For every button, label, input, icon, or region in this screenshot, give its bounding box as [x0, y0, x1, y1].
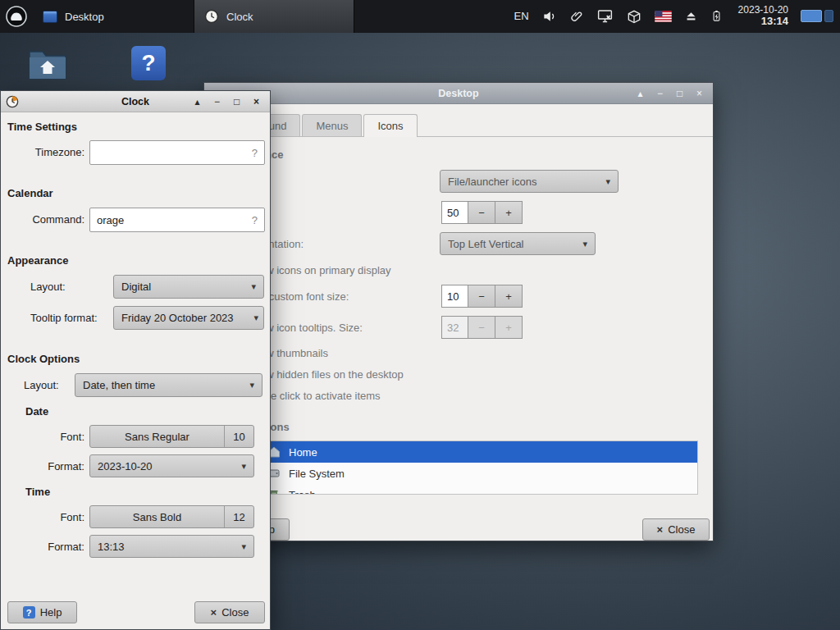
clipboard-manager-icon[interactable]	[570, 9, 584, 23]
time-font-label: Font:	[34, 511, 84, 523]
command-label: Command:	[25, 213, 84, 226]
custom-font-value[interactable]: 10	[441, 285, 468, 308]
minimize-button[interactable]: −	[208, 94, 226, 110]
command-input[interactable]: orage ?	[89, 208, 265, 232]
xfce-mouse-icon	[5, 5, 28, 28]
timezone-label: Timezone:	[34, 146, 84, 158]
panel-date: 2023-10-20	[738, 5, 788, 16]
chevron-down-icon: ▾	[235, 541, 246, 552]
increment-button: +	[495, 316, 523, 339]
clock-settings-window: Clock ▴ − □ × Time Settings Timezone: ? …	[0, 90, 271, 630]
chevron-down-icon: ▾	[235, 461, 246, 472]
desktop-icon-help[interactable]: ?	[131, 46, 166, 80]
desktop-root: ? Desktop ▴ − □ × Background Menus Icons…	[0, 0, 840, 630]
desktop-window-titlebar[interactable]: Desktop ▴ − □ ×	[204, 83, 713, 104]
close-icon: ×	[657, 523, 664, 536]
maximize-button[interactable]: □	[228, 94, 245, 110]
list-item-home[interactable]: ✓ Home	[223, 441, 697, 463]
help-button[interactable]: ? Help	[7, 601, 77, 623]
question-mark-icon: ?	[131, 46, 166, 80]
increment-button[interactable]: +	[495, 285, 523, 308]
taskbar-item-desktop[interactable]: Desktop	[33, 0, 194, 33]
list-item-trash[interactable]: ✓ Trash	[223, 484, 697, 495]
date-font-label: Font:	[34, 431, 84, 443]
chevron-down-icon: ▾	[599, 176, 610, 187]
desktop-settings-window: Desktop ▴ − □ × Background Menus Icons A…	[203, 82, 714, 541]
timezone-input[interactable]: ?	[89, 140, 265, 165]
close-button[interactable]: ×	[691, 85, 708, 102]
close-button[interactable]: × Close	[194, 601, 265, 623]
decrement-button: −	[468, 316, 495, 339]
shade-button[interactable]: ▴	[632, 85, 649, 102]
workspace-switcher[interactable]	[801, 10, 833, 22]
date-heading: Date	[25, 405, 48, 418]
close-icon: ×	[211, 606, 217, 619]
top-panel: Desktop Clock EN	[0, 0, 840, 33]
volume-icon[interactable]	[541, 8, 558, 25]
workspace-1-active[interactable]	[801, 10, 822, 22]
battery-charging-icon[interactable]	[710, 8, 723, 24]
display-disconnect-icon[interactable]	[596, 7, 614, 25]
chevron-down-icon: ▾	[251, 313, 258, 323]
tooltip-format-label: Tooltip format:	[30, 312, 98, 324]
system-tray: EN 2023-10-20	[514, 5, 840, 29]
chevron-down-icon: ▾	[243, 380, 254, 390]
close-button[interactable]: ×	[248, 94, 265, 110]
date-format-label: Format:	[34, 460, 84, 472]
maximize-button[interactable]: □	[671, 85, 688, 102]
panel-time: 13:14	[738, 16, 788, 28]
clock-window-titlebar[interactable]: Clock ▴ − □ ×	[1, 91, 270, 112]
close-button[interactable]: × Close	[642, 518, 710, 541]
minimize-button[interactable]: −	[651, 85, 669, 102]
package-icon[interactable]	[626, 8, 642, 25]
list-item-file-system[interactable]: ✓ File System	[223, 463, 697, 484]
tab-menus[interactable]: Menus	[302, 114, 362, 136]
settings-tabbar: Background Menus Icons	[204, 114, 713, 137]
question-mark-icon: ?	[252, 214, 258, 226]
tooltip-size-spinner: 32 − +	[441, 316, 523, 339]
clock-app-icon	[6, 95, 19, 108]
shade-button[interactable]: ▴	[189, 94, 206, 110]
keyboard-layout-indicator[interactable]: EN	[514, 10, 529, 22]
decrement-button[interactable]: −	[468, 285, 495, 308]
home-folder-icon	[28, 48, 67, 80]
orientation-select[interactable]: Top Left Vertical ▾	[440, 232, 596, 255]
desktop-icon-home-folder[interactable]	[28, 46, 67, 82]
layout-label: Layout:	[24, 379, 59, 391]
appearance-heading: Appearance	[7, 254, 68, 267]
calendar-heading: Calendar	[7, 187, 53, 199]
icon-size-value[interactable]: 50	[441, 201, 468, 224]
workspace-2[interactable]	[824, 10, 833, 22]
time-settings-heading: Time Settings	[7, 121, 77, 133]
time-font-button[interactable]: Sans Bold 12	[89, 505, 254, 528]
decrement-button[interactable]: −	[468, 201, 495, 224]
chevron-down-icon: ▾	[576, 239, 587, 249]
clock-app-icon	[204, 9, 219, 24]
increment-button[interactable]: +	[495, 201, 523, 224]
clock-layout-select[interactable]: Date, then time ▾	[75, 373, 262, 397]
time-format-label: Format:	[34, 541, 84, 553]
date-font-button[interactable]: Sans Regular 10	[89, 425, 254, 448]
tooltip-size-value: 32	[441, 316, 468, 339]
question-mark-icon: ?	[252, 147, 258, 159]
default-icons-list[interactable]: ✓ Home ✓ File System ✓ Trash	[222, 441, 698, 495]
applications-menu-button[interactable]	[0, 0, 33, 33]
icon-size-spinner[interactable]: 50 − +	[441, 201, 523, 224]
chevron-down-icon: ▾	[244, 281, 256, 292]
layout-label: Layout:	[30, 281, 66, 293]
tab-icons[interactable]: Icons	[363, 114, 417, 137]
tooltip-format-select[interactable]: Friday 20 October 2023 ▾	[113, 306, 264, 330]
custom-font-spinner[interactable]: 10 − +	[441, 285, 523, 308]
time-format-select[interactable]: 13:13 ▾	[89, 535, 254, 558]
us-flag-icon[interactable]	[655, 11, 672, 22]
help-icon: ?	[23, 606, 35, 619]
taskbar-item-clock[interactable]: Clock	[194, 0, 354, 33]
eject-icon[interactable]	[684, 9, 698, 23]
panel-clock[interactable]: 2023-10-20 13:14	[735, 5, 788, 29]
date-format-select[interactable]: 2023-10-20 ▾	[89, 454, 254, 477]
window-icon	[43, 11, 57, 23]
clock-options-heading: Clock Options	[7, 353, 80, 365]
layout-select[interactable]: Digital ▾	[113, 275, 264, 299]
time-heading: Time	[25, 486, 50, 498]
icon-type-select[interactable]: File/launcher icons ▾	[440, 170, 619, 193]
